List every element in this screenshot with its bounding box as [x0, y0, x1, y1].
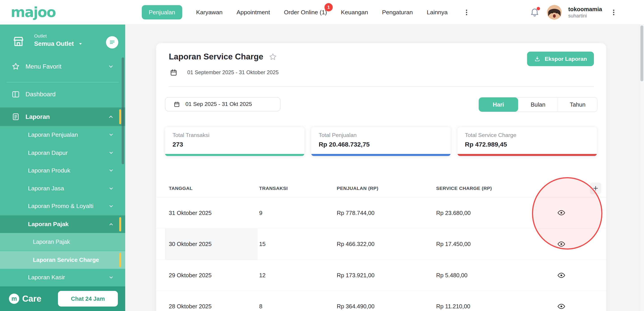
sidebar-divider	[6, 82, 118, 82]
nav-penjualan[interactable]: Penjualan	[142, 5, 182, 19]
chevron-down-icon	[108, 186, 114, 191]
active-indicator	[119, 109, 121, 124]
eye-icon	[557, 302, 566, 311]
avatar[interactable]	[547, 5, 562, 20]
table-row[interactable]: 29 Oktober 2025 12 Rp 173.921,00 Rp 5.48…	[156, 260, 606, 291]
sidebar-label: Laporan Produk	[28, 167, 70, 174]
sidebar-item-laporan-service-charge[interactable]: Laporan Service Charge	[0, 251, 125, 269]
main-nav: Penjualan Karyawan Appointment Order Onl…	[142, 0, 472, 24]
eye-icon	[557, 240, 566, 248]
sidebar-label: Laporan Promo & Loyalti	[28, 203, 94, 210]
chevron-down-icon	[108, 168, 114, 173]
sidebar-item-laporan-jasa[interactable]: Laporan Jasa	[0, 180, 125, 197]
sidebar-item-laporan-penjualan[interactable]: Laporan Penjualan	[0, 126, 125, 144]
page-title: Laporan Service Charge	[169, 52, 263, 61]
col-header-penjualan: PENJUALAN (RP)	[337, 186, 378, 191]
report-icon	[12, 112, 20, 121]
cell-tanggal: 28 Oktober 2025	[169, 303, 212, 310]
page-scrollbar[interactable]	[640, 24, 644, 311]
add-column-button[interactable]	[590, 183, 601, 194]
sidebar-item-laporan-kasir[interactable]: Laporan Kasir	[0, 269, 125, 286]
cell-tanggal: 31 Oktober 2025	[169, 210, 212, 216]
sidebar-item-menu-favorit[interactable]: Menu Favorit	[0, 58, 125, 75]
sidebar-label: Menu Favorit	[26, 63, 62, 70]
nav-appointment[interactable]: Appointment	[236, 9, 270, 16]
date-range-picker[interactable]: 01 Sep 2025 - 31 Okt 2025	[165, 97, 280, 111]
majoo-logo[interactable]: majoo	[11, 4, 56, 20]
sidebar-item-laporan-produk[interactable]: Laporan Produk	[0, 162, 125, 179]
view-detail-button[interactable]	[547, 229, 576, 260]
notifications-bell-icon[interactable]	[530, 7, 540, 18]
topbar-right-cluster: tokoomamia suhartini	[530, 0, 618, 24]
sidebar-label: Laporan	[26, 113, 50, 120]
cell-penjualan: Rp 778.744,00	[337, 210, 374, 216]
sidebar-item-laporan-dapur[interactable]: Laporan Dapur	[0, 144, 125, 162]
user-subtitle: suhartini	[568, 13, 602, 19]
sidebar-label: Laporan Dapur	[28, 149, 68, 156]
table-row[interactable]: 28 Oktober 2025 8 Rp 364.490,00 Rp 11.21…	[156, 291, 606, 311]
list-icon	[109, 39, 116, 45]
col-header-transaksi: TRANSAKSI	[259, 186, 288, 191]
sidebar-item-laporan[interactable]: Laporan	[0, 107, 125, 126]
top-navigation-bar: majoo Penjualan Karyawan Appointment Ord…	[0, 0, 644, 24]
period-tab-hari[interactable]: Hari	[479, 97, 518, 112]
calendar-icon	[174, 101, 180, 107]
view-detail-button[interactable]	[547, 260, 576, 291]
download-icon	[534, 56, 540, 62]
col-header-service-charge: SERVICE CHARGE (RP)	[436, 186, 492, 191]
sidebar-item-dashboard[interactable]: Dashboard	[0, 85, 125, 103]
chevron-up-icon	[108, 222, 114, 227]
nav-lainnya[interactable]: Lainnya	[427, 9, 448, 16]
nav-keuangan[interactable]: Keuangan	[341, 9, 368, 16]
view-detail-button[interactable]	[547, 291, 576, 311]
sidebar-scrollbar-thumb[interactable]	[122, 57, 124, 164]
sidebar-item-laporan-pajak-child[interactable]: Laporan Pajak	[0, 233, 125, 251]
chevron-down-icon	[108, 132, 114, 137]
app-window: majoo Penjualan Karyawan Appointment Ord…	[0, 0, 644, 311]
user-name: tokoomamia	[568, 5, 602, 13]
nav-karyawan[interactable]: Karyawan	[196, 9, 222, 16]
eye-icon	[557, 209, 566, 217]
sidebar-item-laporan-promo-loyalti[interactable]: Laporan Promo & Loyalti	[0, 197, 125, 215]
cell-penjualan: Rp 466.322,00	[337, 241, 374, 247]
star-icon	[12, 62, 20, 71]
period-segmented-control: Hari Bulan Tahun	[478, 97, 598, 112]
cell-transaksi: 15	[259, 241, 266, 247]
sidebar-item-laporan-pajak[interactable]: Laporan Pajak	[0, 215, 125, 233]
stat-label: Total Penjualan	[319, 132, 356, 138]
favorite-star-icon[interactable]	[268, 52, 277, 61]
nav-pengaturan[interactable]: Pengaturan	[382, 9, 413, 16]
sidebar-footer: m Care Chat 24 Jam	[0, 287, 125, 311]
divider	[169, 86, 594, 87]
calendar-icon	[170, 69, 178, 76]
chevron-down-icon	[108, 150, 114, 155]
service-charge-table: TANGGAL TRANSAKSI PENJUALAN (RP) SERVICE…	[156, 179, 606, 311]
stat-total-transaksi: Total Transaksi 273	[165, 127, 304, 156]
period-tab-tahun[interactable]: Tahun	[558, 97, 597, 112]
chat-24-jam-button[interactable]: Chat 24 Jam	[58, 291, 118, 307]
main-content: Laporan Service Charge 01 September 2025…	[125, 24, 644, 311]
plus-icon	[592, 185, 599, 191]
export-report-label: Ekspor Laporan	[545, 56, 587, 62]
sidebar-label: Laporan Service Charge	[33, 257, 99, 263]
table-row[interactable]: 31 Oktober 2025 9 Rp 778.744,00 Rp 23.68…	[156, 197, 606, 229]
page-scrollbar-thumb[interactable]	[640, 25, 643, 81]
outlet-list-button[interactable]	[106, 36, 118, 48]
period-tab-bulan[interactable]: Bulan	[518, 97, 558, 112]
view-detail-button[interactable]	[547, 197, 576, 228]
summary-stats: Total Transaksi 273 Total Penjualan Rp 2…	[165, 127, 596, 156]
nav-order-online[interactable]: Order Online (1) 1	[284, 9, 327, 16]
report-card: Laporan Service Charge 01 September 2025…	[156, 43, 606, 311]
cell-transaksi: 8	[259, 303, 262, 310]
account-more-icon[interactable]	[609, 7, 618, 17]
stat-accent-bar	[165, 154, 304, 156]
sidebar: Outlet Semua Outlet Menu Favorit	[0, 24, 125, 311]
outlet-dropdown[interactable]: Semua Outlet	[34, 40, 83, 47]
export-report-button[interactable]: Ekspor Laporan	[527, 52, 594, 66]
table-row[interactable]: 30 Oktober 2025 15 Rp 466.322,00 Rp 17.4…	[156, 229, 606, 260]
nav-more-icon[interactable]	[462, 7, 471, 17]
stat-value: Rp 20.468.732,75	[319, 141, 370, 148]
active-indicator	[119, 253, 121, 267]
stat-label: Total Transaksi	[172, 132, 209, 138]
user-menu[interactable]: tokoomamia suhartini	[568, 5, 602, 19]
